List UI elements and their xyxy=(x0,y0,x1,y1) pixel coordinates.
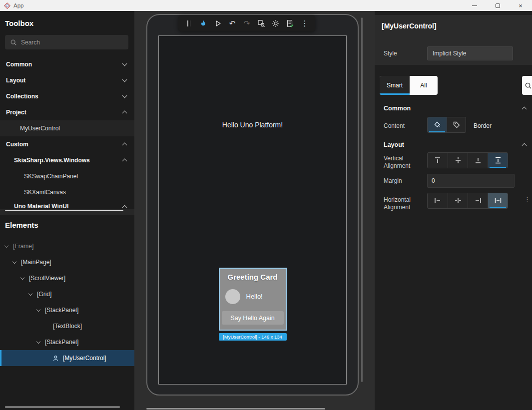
chevron-up-icon xyxy=(122,159,127,164)
toolbox-search[interactable] xyxy=(5,35,128,49)
close-button[interactable]: × xyxy=(509,0,532,11)
section-layout[interactable]: Layout xyxy=(384,139,526,151)
margin-input[interactable] xyxy=(427,174,515,188)
search-icon xyxy=(525,82,532,89)
designer-toolbar: ↶ ↷ ⋮ xyxy=(178,15,315,31)
halign-left-button[interactable] xyxy=(428,193,448,208)
search-icon xyxy=(10,39,17,46)
element-node-stackpanel-1[interactable]: [StackPanel] xyxy=(0,302,134,318)
toolbox-item-myusercontrol[interactable]: MyUserControl xyxy=(0,120,134,136)
elements-title: Elements xyxy=(5,221,38,229)
toolbox-item-skxamlcanvas[interactable]: SKXamlCanvas xyxy=(0,184,134,200)
content-tag-button[interactable] xyxy=(447,117,466,132)
toolbox-elements-splitter[interactable] xyxy=(0,209,134,215)
minimize-button[interactable] xyxy=(463,0,486,11)
content-label: Content xyxy=(384,122,425,130)
form-check-icon[interactable] xyxy=(286,19,295,28)
chevron-up-icon xyxy=(122,111,127,116)
style-label: Style xyxy=(384,50,397,57)
toolbox-section-collections[interactable]: Collections xyxy=(0,88,134,104)
horizontal-alignment-group xyxy=(427,193,508,209)
halign-right-button[interactable] xyxy=(468,193,488,208)
app-window: App × Toolbox Common Layout Collections xyxy=(0,0,532,410)
canvas-vertical-scrollbar[interactable] xyxy=(361,17,363,382)
element-node-stackpanel-2[interactable]: [StackPanel] xyxy=(0,334,134,350)
toolbox-item-skswapchainpanel[interactable]: SKSwapChainPanel xyxy=(0,168,134,184)
hot-reload-flame-icon[interactable] xyxy=(199,19,208,28)
properties-search-button[interactable] xyxy=(522,76,532,95)
element-node-scrollviewer[interactable]: [ScrollViewer] xyxy=(0,270,134,286)
phone-frame: Hello Uno Platform! Greeting Card Hello!… xyxy=(146,14,359,396)
toolbox-section-layout[interactable]: Layout xyxy=(0,72,134,88)
expander-icon[interactable] xyxy=(12,259,16,263)
chevron-down-icon xyxy=(122,93,127,98)
inspect-element-icon[interactable] xyxy=(257,19,266,28)
element-node-grid[interactable]: [Grid] xyxy=(0,286,134,302)
properties-panel: [MyUserControl] Style Smart All Common C… xyxy=(375,11,532,410)
expander-icon[interactable] xyxy=(20,275,24,279)
chevron-up-icon xyxy=(522,107,527,112)
properties-tabs: Smart All xyxy=(380,76,438,95)
section-common[interactable]: Common xyxy=(384,102,526,114)
element-node-myusercontrol[interactable]: [MyUserControl] xyxy=(0,350,134,366)
grip-icon[interactable] xyxy=(184,19,193,28)
splitter-handle[interactable] xyxy=(5,210,123,211)
expander-icon[interactable] xyxy=(36,339,40,343)
tab-smart[interactable]: Smart xyxy=(380,76,410,95)
card-title: Greeting Card xyxy=(220,273,286,281)
hello-textblock[interactable]: Hello Uno Platform! xyxy=(159,121,346,129)
content-fill-button[interactable] xyxy=(428,117,447,132)
toolbox-group-skiasharp[interactable]: SkiaSharp.Views.Windows xyxy=(0,152,134,168)
expander-icon[interactable] xyxy=(28,291,32,295)
valign-top-button[interactable] xyxy=(428,153,448,168)
chevron-down-icon xyxy=(122,61,127,66)
card-avatar-circle[interactable] xyxy=(225,289,240,304)
play-icon[interactable] xyxy=(213,19,222,28)
chevron-down-icon xyxy=(122,77,127,82)
usercontrol-icon xyxy=(52,355,59,362)
greeting-card-control[interactable]: Greeting Card Hello! Say Hello Again xyxy=(219,268,287,331)
app-logo-icon xyxy=(4,2,10,9)
more-icon[interactable]: ⋮ xyxy=(300,19,309,28)
element-node-textblock[interactable]: [TextBlock] xyxy=(0,318,134,334)
selection-wrapper: Greeting Card Hello! Say Hello Again [My… xyxy=(219,268,287,341)
valign-bottom-button[interactable] xyxy=(468,153,488,168)
style-input[interactable] xyxy=(427,46,513,60)
canvas-horizontal-scrollbar[interactable] xyxy=(146,408,325,410)
selected-control-title: [MyUserControl] xyxy=(382,22,437,30)
margin-label: Margin xyxy=(384,177,425,185)
chevron-up-icon xyxy=(122,143,127,148)
toolbox-section-common[interactable]: Common xyxy=(0,56,134,72)
selection-size-badge: [MyUserControl] - 146 x 134 xyxy=(219,333,287,341)
content-value[interactable]: Border xyxy=(474,122,492,129)
maximize-button[interactable] xyxy=(486,0,509,11)
halign-center-button[interactable] xyxy=(448,193,468,208)
redo-icon[interactable]: ↷ xyxy=(242,19,251,28)
card-greeting-text: Hello! xyxy=(246,293,263,300)
vertical-alignment-group xyxy=(427,152,508,168)
titlebar: App × xyxy=(0,0,532,11)
chevron-up-icon xyxy=(522,143,527,148)
element-node-mainpage[interactable]: [MainPage] xyxy=(0,254,134,270)
toolbox-title: Toolbox xyxy=(5,19,33,27)
say-hello-again-button[interactable]: Say Hello Again xyxy=(222,311,284,325)
tab-all[interactable]: All xyxy=(410,76,438,95)
search-input[interactable] xyxy=(21,39,123,46)
window-controls: × xyxy=(463,0,532,11)
expander-icon[interactable] xyxy=(36,307,40,311)
sidebar-scrollbar[interactable] xyxy=(5,407,120,408)
theme-sun-icon[interactable] xyxy=(271,19,280,28)
toolbox-section-project[interactable]: Project xyxy=(0,104,134,120)
valign-center-button[interactable] xyxy=(448,153,468,168)
expander-icon[interactable] xyxy=(4,243,8,247)
left-sidebar: Toolbox Common Layout Collections Projec… xyxy=(0,11,134,410)
panel-scrollbar-dots[interactable]: ⋮ xyxy=(524,196,531,203)
properties-header: [MyUserControl] Style xyxy=(375,15,532,65)
toolbox-section-custom[interactable]: Custom xyxy=(0,136,134,152)
valign-stretch-button[interactable] xyxy=(488,153,508,168)
element-node-frame[interactable]: [Frame] xyxy=(0,238,134,254)
app-title: App xyxy=(13,2,23,8)
horizontal-alignment-label: Horizontal Alignment xyxy=(384,196,417,211)
halign-stretch-button[interactable] xyxy=(488,193,508,208)
undo-icon[interactable]: ↶ xyxy=(228,19,237,28)
